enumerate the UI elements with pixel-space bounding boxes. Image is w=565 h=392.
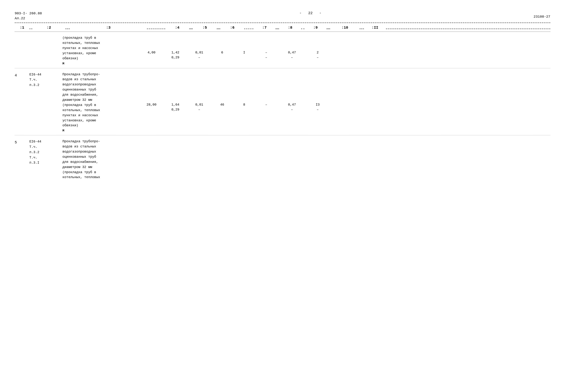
table-row: 5 ЕI6-44Т.ч.п.3.2Т.ч.п.3.I Прокладка тру… xyxy=(15,135,550,182)
document-id: 903-I- 260.88 Ал.22 xyxy=(15,11,55,21)
row-val3-3 xyxy=(211,139,233,139)
col-header-7: :7 xyxy=(254,26,275,30)
col-header-6: :6 xyxy=(220,26,244,30)
row-val4-3 xyxy=(233,139,255,139)
row-val4-2: 8 xyxy=(233,72,255,107)
row-val6-2: 0,47 – xyxy=(277,72,307,112)
row-val7-2: I3 – xyxy=(307,72,329,112)
col-header-9: :9 xyxy=(304,26,326,30)
col-header-11: :II xyxy=(364,26,386,30)
col-header-4: :4 xyxy=(165,26,189,30)
row-val5-1: – – xyxy=(255,35,277,60)
row-val3-2: 46 xyxy=(211,72,233,107)
col-header-5: :5 xyxy=(193,26,217,30)
col-header-3: :3 xyxy=(70,26,147,30)
row-number-3: 5 xyxy=(15,139,29,145)
row-val1-1: 1,42 0,29 xyxy=(163,35,187,60)
row-val7-1: 2 – xyxy=(307,35,329,60)
row-qty-3 xyxy=(140,139,163,139)
row-val5-3 xyxy=(255,139,277,139)
row-qty-1: 4,00 xyxy=(140,35,163,55)
row-val2-1: 0,01 – xyxy=(187,35,211,60)
table-row: (прокладка труб в котельных, тепловых пу… xyxy=(15,32,550,68)
row-val1-2: 1,64 0,29 xyxy=(163,72,187,112)
table-row: 4 ЕI6-44Т.ч.п.3.2 Прокладка трубопро- во… xyxy=(15,68,550,136)
row-description-1: (прокладка труб в котельных, тепловых пу… xyxy=(62,35,140,66)
row-val3-1: 6 xyxy=(211,35,233,55)
col-header-10: :10 xyxy=(330,26,360,30)
row-description-3: Прокладка трубопро- водов из стальных во… xyxy=(62,139,140,180)
col-header-2: :2 xyxy=(32,26,65,30)
row-number-2: 4 xyxy=(15,72,29,78)
row-code-3: ЕI6-44Т.ч.п.3.2Т.ч.п.3.I xyxy=(29,139,62,166)
page-number: - 22 - xyxy=(55,11,495,15)
row-qty-2: 28,00 xyxy=(140,72,163,107)
row-number-1 xyxy=(15,35,29,36)
row-code-2: ЕI6-44Т.ч.п.3.2 xyxy=(29,72,62,88)
row-val2-3 xyxy=(187,139,211,139)
row-description-2: Прокладка трубопро- водов из стальных во… xyxy=(62,72,140,133)
col-header-1: :1 xyxy=(15,26,29,30)
doc-number: 23108-27 xyxy=(495,11,550,19)
row-val2-2: 0,01 – xyxy=(187,72,211,112)
row-val6-3 xyxy=(277,139,307,139)
row-val4-1: I xyxy=(233,35,255,55)
page-header: 903-I- 260.88 Ал.22 - 22 - 23108-27 xyxy=(15,11,550,21)
row-val6-1: 0,47 – xyxy=(277,35,307,60)
col-header-8: :8 xyxy=(279,26,301,30)
row-val5-2: – xyxy=(255,72,277,107)
top-separator xyxy=(15,23,550,23)
row-val7-3 xyxy=(307,139,329,139)
column-headers-row: :1 :2 :3 :4 :5 :6 :7 :8 :9 :10 :II xyxy=(15,24,550,32)
